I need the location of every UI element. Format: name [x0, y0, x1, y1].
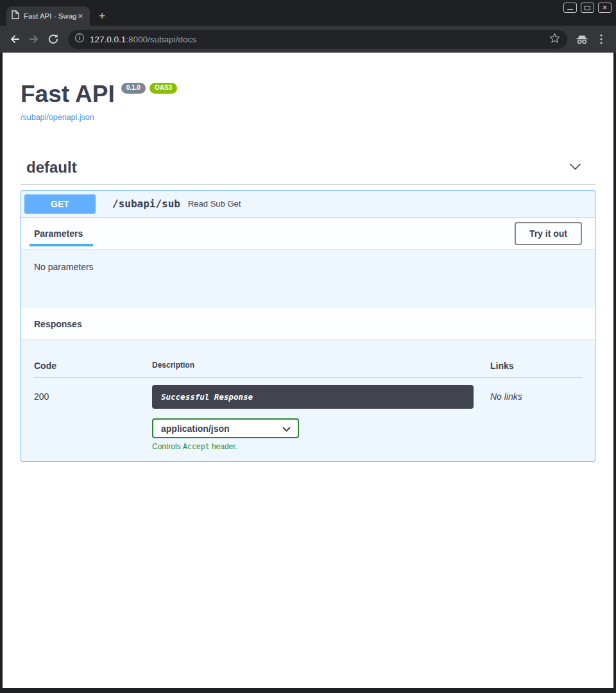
- operation-path: /subapi/sub: [112, 198, 180, 210]
- browser-menu-button[interactable]: [593, 31, 610, 47]
- maximize-button[interactable]: [581, 3, 594, 13]
- url-text[interactable]: 127.0.0.1:8000/subapi/docs: [90, 35, 549, 44]
- operation-summary[interactable]: GET /subapi/sub Read Sub Get: [21, 191, 595, 218]
- response-row-200: 200 Successful Response application/json…: [34, 378, 582, 451]
- tab-title: Fast API - Swagger UI: [24, 12, 76, 20]
- back-button[interactable]: [6, 31, 23, 47]
- chevron-down-icon[interactable]: [569, 162, 581, 173]
- accept-note-code: Accept: [183, 442, 210, 451]
- forward-button[interactable]: [26, 31, 42, 47]
- column-header-description: Description: [152, 361, 490, 371]
- site-info-icon[interactable]: [74, 33, 85, 46]
- media-type-value: application/json: [161, 424, 230, 434]
- response-links: No links: [490, 385, 582, 451]
- accept-note-prefix: Controls: [152, 442, 183, 451]
- oas3-badge: OAS3: [150, 83, 177, 94]
- no-parameters-text: No parameters: [34, 262, 94, 272]
- new-tab-button[interactable]: +: [95, 9, 109, 23]
- api-info: Fast API 0.1.0 OAS3 /subapi/openapi.json: [21, 82, 595, 123]
- api-badges: 0.1.0 OAS3: [121, 83, 177, 94]
- reload-button[interactable]: [45, 31, 62, 47]
- url-path: :8000/subapi/docs: [126, 35, 196, 44]
- page-viewport: Fast API 0.1.0 OAS3 /subapi/openapi.json…: [3, 53, 613, 688]
- opblock-get: GET /subapi/sub Read Sub Get Parameters …: [21, 190, 595, 462]
- responses-table-header: Code Description Links: [34, 352, 582, 378]
- responses-body: Code Description Links 200 Successful Re…: [21, 339, 595, 461]
- select-chevron-down-icon: [282, 424, 291, 434]
- response-code: 200: [34, 385, 152, 451]
- close-button[interactable]: ✕: [598, 3, 612, 13]
- media-type-select[interactable]: application/json: [152, 418, 299, 438]
- browser-toolbar: 127.0.0.1:8000/subapi/docs: [0, 26, 616, 53]
- tab-parameters[interactable]: Parameters: [34, 218, 83, 249]
- url-bar[interactable]: 127.0.0.1:8000/subapi/docs: [68, 30, 567, 49]
- url-host: 127.0.0.1: [90, 35, 126, 44]
- column-header-links: Links: [490, 361, 582, 371]
- try-it-out-button[interactable]: Try it out: [515, 222, 582, 245]
- openapi-spec-link[interactable]: /subapi/openapi.json: [21, 113, 94, 122]
- bookmark-star-icon[interactable]: [549, 32, 561, 47]
- response-description: Successful Response: [152, 385, 474, 409]
- maximize-icon: [585, 6, 590, 10]
- responses-title: Responses: [34, 308, 82, 339]
- incognito-icon: [574, 31, 590, 47]
- accept-note-suffix: header.: [210, 442, 237, 451]
- response-description-cell: Successful Response application/json Con…: [152, 385, 490, 451]
- parameters-body: No parameters: [21, 249, 595, 308]
- tag-section-header[interactable]: default: [21, 158, 595, 185]
- http-method-badge: GET: [24, 194, 96, 214]
- browser-titlebar: Fast API - Swagger UI ✕ + ✕: [0, 0, 616, 26]
- version-badge: 0.1.0: [121, 83, 146, 94]
- parameters-header: Parameters Try it out: [21, 218, 595, 249]
- tab-close-icon[interactable]: ✕: [76, 12, 85, 21]
- operation-summary-text: Read Sub Get: [188, 199, 241, 209]
- page-title: Fast API: [21, 82, 115, 106]
- browser-tab[interactable]: Fast API - Swagger UI ✕: [6, 6, 90, 26]
- column-header-code: Code: [34, 361, 152, 371]
- minimize-button[interactable]: [563, 3, 577, 13]
- swagger-ui: Fast API 0.1.0 OAS3 /subapi/openapi.json…: [3, 82, 613, 462]
- tag-name: default: [26, 158, 77, 176]
- page-favicon-icon: [12, 10, 19, 22]
- minimize-icon: [567, 9, 573, 10]
- window-controls: ✕: [563, 3, 612, 13]
- accept-header-note: Controls Accept header.: [152, 442, 490, 451]
- responses-header: Responses: [21, 308, 595, 339]
